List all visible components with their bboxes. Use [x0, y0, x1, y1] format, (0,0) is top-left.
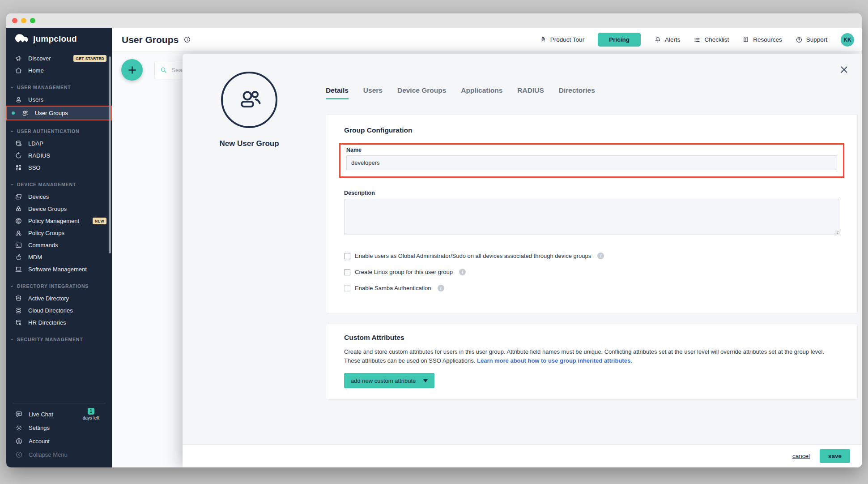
sidebar-section-user-authentication[interactable]: USER AUTHENTICATION — [6, 128, 112, 134]
tab-applications[interactable]: Applications — [461, 86, 502, 99]
sidebar-item-radius[interactable]: RADIUS — [6, 150, 112, 162]
sidebar-item-user-groups[interactable]: User Groups — [6, 106, 112, 120]
sidebar-footer: Live Chat1days leftSettingsAccountCollap… — [13, 403, 106, 467]
commands-icon — [15, 241, 22, 249]
sidebar-item-discover[interactable]: DiscoverGET STARTED — [6, 52, 112, 64]
cloud-directories-icon — [15, 307, 22, 314]
group-configuration-card: Group Configuration Name Description Ena… — [326, 114, 858, 313]
sidebar-item-users[interactable]: Users — [6, 94, 112, 106]
info-icon[interactable]: i — [597, 253, 604, 259]
cancel-button[interactable]: cancel — [792, 453, 810, 459]
save-button[interactable]: save — [820, 449, 850, 463]
app-window: jumpcloud DiscoverGET STARTEDHomeUSER MA… — [6, 13, 862, 467]
sidebar-item-live-chat[interactable]: Live Chat1days left — [13, 407, 106, 421]
name-field-highlight: Name — [339, 143, 844, 178]
info-icon[interactable] — [183, 36, 191, 43]
product-tour-action[interactable]: Product Tour — [540, 36, 584, 43]
sidebar-item-active-directory[interactable]: Active Directory — [6, 292, 112, 304]
window-zoom-button[interactable] — [30, 18, 35, 23]
sidebar-nav: DiscoverGET STARTEDHomeUSER MANAGEMENTUs… — [6, 49, 112, 403]
avatar[interactable]: KK — [841, 33, 854, 47]
entity-summary: New User Group — [209, 72, 289, 148]
pricing-button[interactable]: Pricing — [598, 33, 641, 47]
sidebar-section-device-management[interactable]: DEVICE MANAGEMENT — [6, 182, 112, 187]
caret-down-icon — [423, 379, 428, 382]
sidebar-item-software-management[interactable]: Software Management — [6, 263, 112, 275]
sidebar-item-sso[interactable]: SSO — [6, 162, 112, 174]
sidebar-section-directory-integrations[interactable]: DIRECTORY INTEGRATIONS — [6, 283, 112, 289]
jumpcloud-logo[interactable]: jumpcloud — [6, 28, 112, 49]
panel-body: New User Group DetailsUsersDevice Groups… — [183, 54, 862, 444]
tab-device-groups[interactable]: Device Groups — [397, 86, 446, 99]
add-custom-attribute-button[interactable]: add new custom attribute — [344, 373, 434, 388]
sidebar-item-account[interactable]: Account — [13, 434, 106, 448]
sidebar-section-security-management[interactable]: SECURITY MANAGEMENT — [6, 337, 112, 342]
window-close-button[interactable] — [12, 18, 17, 23]
close-icon[interactable] — [839, 65, 849, 74]
alerts-action[interactable]: Alerts — [654, 36, 681, 43]
info-icon[interactable]: i — [438, 285, 444, 291]
mac-titlebar — [6, 13, 862, 28]
account-icon — [15, 437, 23, 445]
sidebar-item-cloud-directories[interactable]: Cloud Directories — [6, 304, 112, 317]
sidebar-item-collapse-menu[interactable]: Collapse Menu — [13, 448, 106, 461]
sidebar-section-user-management[interactable]: USER MANAGEMENT — [6, 85, 112, 90]
sidebar-item-settings[interactable]: Settings — [13, 421, 106, 434]
main-row: jumpcloud DiscoverGET STARTEDHomeUSER MA… — [6, 28, 862, 467]
book-icon — [742, 36, 749, 43]
sidebar-item-commands[interactable]: Commands — [6, 239, 112, 251]
support-action[interactable]: Support — [796, 36, 827, 43]
active-directory-icon — [15, 295, 22, 302]
gear-icon — [15, 424, 23, 432]
add-user-group-button[interactable] — [121, 59, 143, 81]
user-group-avatar — [221, 72, 277, 128]
panel-footer: cancel save — [183, 444, 862, 467]
sidebar-scrollbar[interactable] — [109, 56, 111, 253]
sso-icon — [15, 164, 22, 171]
sidebar-item-policy-groups[interactable]: Policy Groups — [6, 227, 112, 239]
checkbox-list: Enable users as Global Administrator/Sud… — [344, 253, 839, 291]
trial-countdown: 1days left — [83, 408, 100, 420]
checklist-action[interactable]: Checklist — [694, 36, 729, 43]
info-icon[interactable]: i — [459, 269, 466, 275]
resources-action[interactable]: Resources — [742, 36, 782, 43]
sidebar-item-devices[interactable]: Devices — [6, 191, 112, 203]
tab-radius[interactable]: RADIUS — [517, 86, 544, 99]
custom-attributes-card: Custom Attributes Create and store custo… — [326, 324, 858, 400]
mdm-icon — [15, 253, 22, 261]
chevron-down-icon — [10, 284, 14, 288]
tab-directories[interactable]: Directories — [559, 86, 595, 99]
sidebar-item-ldap[interactable]: LDAP — [6, 137, 112, 150]
chevron-down-icon — [10, 183, 14, 187]
sidebar: jumpcloud DiscoverGET STARTEDHomeUSER MA… — [6, 28, 112, 467]
group-name-input[interactable] — [346, 155, 837, 170]
plus-icon — [127, 65, 137, 75]
bell-icon — [654, 36, 661, 43]
checkbox[interactable] — [344, 269, 350, 275]
radius-icon — [15, 152, 22, 159]
checkbox[interactable] — [344, 253, 350, 259]
hr-directories-icon — [15, 319, 22, 326]
get-started-badge: GET STARTED — [73, 55, 106, 62]
window-minimize-button[interactable] — [21, 18, 26, 23]
collapse-icon — [15, 451, 23, 458]
user-group-icon — [21, 109, 29, 117]
sidebar-item-hr-directories[interactable]: HR Directories — [6, 317, 112, 329]
sidebar-item-home[interactable]: Home — [6, 64, 112, 77]
app-header: User Groups Product TourPricingAlertsChe… — [112, 28, 862, 52]
device-groups-icon — [15, 205, 22, 213]
sidebar-item-device-groups[interactable]: Device Groups — [6, 203, 112, 215]
active-indicator-dot — [12, 111, 15, 115]
panel-tabs: DetailsUsersDevice GroupsApplicationsRAD… — [326, 86, 595, 99]
checkbox[interactable] — [344, 285, 350, 291]
sidebar-item-policy-management[interactable]: Policy ManagementNEW — [6, 215, 112, 227]
tab-details[interactable]: Details — [326, 86, 349, 99]
inherited-attributes-link[interactable]: Learn more about how to use group inheri… — [477, 357, 632, 364]
software-icon — [15, 266, 22, 273]
question-icon — [796, 36, 803, 43]
custom-attributes-description: Create and store custom attributes for u… — [344, 347, 839, 365]
sidebar-item-mdm[interactable]: MDM — [6, 251, 112, 263]
days-left-badge: 1 — [88, 408, 94, 415]
tab-users[interactable]: Users — [363, 86, 383, 99]
description-textarea[interactable] — [344, 199, 839, 235]
